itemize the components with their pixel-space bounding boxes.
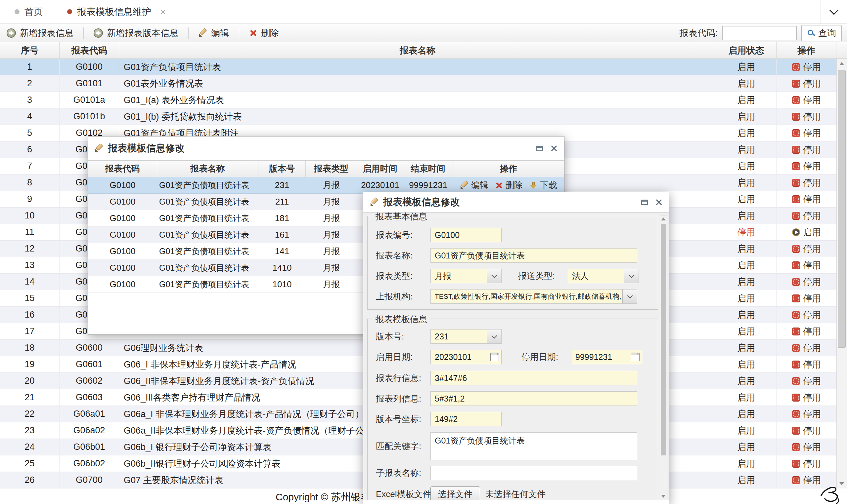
status-text: 停用 — [738, 227, 755, 238]
row-number: 20 — [0, 373, 59, 389]
submit-type-select[interactable]: 法人 — [568, 269, 639, 283]
table-row[interactable]: 2G0101G01表外业务情况表启用停用 — [0, 75, 836, 92]
col-info-field[interactable]: 5#3#1,2 — [430, 391, 637, 406]
dialog-scrollbar[interactable] — [660, 215, 667, 500]
row-action[interactable]: 停用 — [777, 191, 836, 207]
dialog-table-row[interactable]: G0100G01资产负债项目统计表231月报2023010199991231编辑… — [88, 177, 564, 194]
row-action[interactable]: 停用 — [777, 389, 836, 406]
cell-code: G0100 — [88, 276, 157, 292]
dialog-titlebar[interactable]: 报表模板信息修改 — [88, 137, 564, 161]
row-action[interactable]: 停用 — [777, 240, 836, 257]
report-code-input[interactable] — [722, 26, 797, 40]
version-select[interactable]: 231 — [430, 329, 502, 344]
row-action[interactable]: 停用 — [777, 92, 836, 108]
edit-button[interactable]: 编辑 — [197, 27, 230, 39]
column-header-name[interactable]: 报表名称 — [157, 161, 258, 177]
row-action[interactable]: 停用 — [777, 307, 836, 323]
close-icon[interactable] — [655, 199, 662, 206]
row-action[interactable]: 停用 — [777, 59, 836, 75]
end-date-field[interactable]: 99991231 — [571, 350, 642, 364]
column-header-type[interactable]: 报表类型 — [306, 161, 357, 177]
report-name-field[interactable]: G01资产负债项目统计表 — [430, 248, 637, 263]
row-action[interactable]: 停用 — [777, 323, 836, 339]
dropdown-button[interactable] — [487, 269, 501, 283]
row-action[interactable]: 停用 — [777, 75, 836, 92]
tab-report-template-maintenance[interactable]: 报表模板信息维护 — [55, 0, 179, 23]
table-row[interactable]: 3G0101aG01_I(a) 表外业务情况表启用停用 — [0, 92, 836, 108]
column-header-start[interactable]: 启用时间 — [357, 161, 403, 177]
column-header-name[interactable]: 报表名称 — [119, 42, 716, 58]
column-header-code[interactable]: 报表代码 — [88, 161, 157, 177]
version-pos-field[interactable]: 149#2 — [430, 412, 502, 426]
dropdown-button[interactable] — [624, 269, 639, 283]
row-action[interactable]: 停用 — [777, 175, 836, 191]
row-action[interactable]: 停用 — [777, 208, 836, 224]
form-row-excel-file: Excel模板文件: 选择文件 未选择任何文件 — [376, 487, 656, 501]
tab-home[interactable]: 首页 — [3, 0, 55, 23]
column-header-end[interactable]: 结束时间 — [403, 161, 453, 177]
status-text: 启用 — [738, 61, 755, 73]
calendar-icon[interactable] — [490, 353, 499, 361]
maximize-icon[interactable] — [641, 200, 648, 205]
row-action[interactable]: 停用 — [777, 257, 836, 273]
stop-icon — [792, 179, 800, 187]
edit-action[interactable]: 编辑 — [460, 179, 488, 191]
row-info-field[interactable]: 3#147#6 — [430, 371, 637, 385]
row-action[interactable]: 停用 — [777, 340, 836, 356]
column-header-version[interactable]: 版本号 — [258, 161, 306, 177]
row-actions[interactable]: 编辑删除下载 — [453, 177, 564, 193]
scroll-up-icon[interactable] — [840, 62, 844, 65]
row-action[interactable]: 停用 — [777, 455, 836, 472]
scrollbar-thumb[interactable] — [661, 224, 667, 455]
column-header-no[interactable]: 序号 — [0, 42, 59, 58]
delete-action[interactable]: 删除 — [495, 179, 523, 191]
tabbar-menu[interactable] — [820, 0, 847, 23]
row-action[interactable]: 停用 — [777, 125, 836, 141]
scroll-up-icon[interactable] — [661, 217, 666, 220]
row-action[interactable]: 停用 — [777, 141, 836, 158]
row-action[interactable]: 停用 — [777, 158, 836, 174]
download-action[interactable]: 下载 — [530, 179, 557, 191]
row-action[interactable]: 停用 — [777, 108, 836, 125]
dropdown-button[interactable] — [487, 329, 501, 343]
row-action[interactable]: 停用 — [777, 290, 836, 306]
close-icon[interactable] — [550, 145, 557, 152]
add-version-button[interactable]: 新增报表版本信息 — [92, 27, 180, 39]
row-action[interactable]: 停用 — [777, 422, 836, 438]
add-icon — [93, 29, 103, 38]
report-type-select[interactable]: 月报 — [430, 269, 502, 283]
cell-version: 161 — [258, 227, 306, 243]
row-action[interactable]: 停用 — [777, 406, 836, 422]
cell-version: 231 — [258, 177, 306, 193]
status-cell: 启用 — [716, 59, 777, 75]
dropdown-button[interactable] — [622, 289, 637, 303]
column-header-code[interactable]: 报表代码 — [59, 42, 119, 58]
maximize-icon[interactable] — [536, 146, 543, 151]
table-row[interactable]: 1G0100G01资产负债项目统计表启用停用 — [0, 59, 836, 75]
scroll-down-icon[interactable] — [661, 495, 666, 498]
add-report-button[interactable]: 新增报表信息 — [5, 27, 75, 39]
column-header-status[interactable]: 启用状态 — [716, 42, 777, 58]
report-org-multiselect[interactable]: TEST,政策性银行,国家开发银行,国有商业银行,邮政储蓄机构, × — [430, 289, 637, 304]
column-header-action[interactable]: 操作 — [777, 42, 836, 58]
row-action[interactable]: 停用 — [777, 439, 836, 455]
row-action[interactable]: 停用 — [777, 373, 836, 389]
report-no-field[interactable]: G0100 — [430, 228, 502, 242]
delete-button[interactable]: 删除 — [248, 27, 280, 39]
sub-report-field[interactable] — [430, 466, 637, 480]
main-scrollbar[interactable] — [836, 59, 847, 488]
close-icon[interactable] — [159, 8, 167, 16]
dialog-titlebar[interactable]: 报表模板信息修改 — [363, 192, 669, 213]
column-header-action[interactable]: 操作 — [453, 161, 564, 177]
clear-icon[interactable]: × — [615, 292, 620, 301]
row-action[interactable]: 停用 — [777, 356, 836, 373]
row-action[interactable]: 启用 — [777, 224, 836, 240]
scrollbar-thumb[interactable] — [838, 70, 846, 348]
match-key-textarea[interactable]: G01资产负债项目统计表 — [430, 432, 637, 460]
table-row[interactable]: 4G0101bG01_I(b) 委托贷款投向统计表启用停用 — [0, 108, 836, 125]
status-text: 启用 — [738, 94, 755, 106]
row-action[interactable]: 停用 — [777, 274, 836, 290]
search-button[interactable]: 查询 — [801, 25, 842, 41]
calendar-icon[interactable] — [631, 353, 640, 361]
start-date-field[interactable]: 20230101 — [430, 350, 502, 364]
